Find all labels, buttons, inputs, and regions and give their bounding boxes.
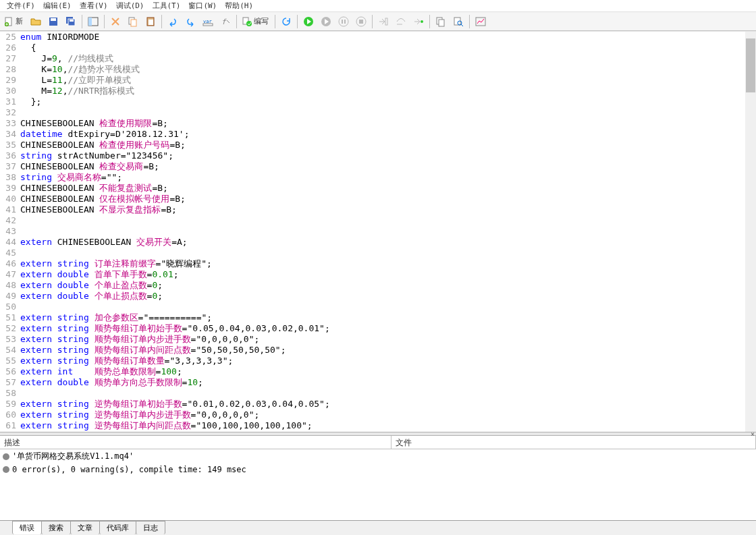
compile-button[interactable]: 编写 (240, 13, 272, 30)
menu-view[interactable]: 查看(V) (76, 1, 112, 11)
tab-articles[interactable]: 文章 (70, 521, 100, 534)
save-icon (48, 16, 59, 27)
output-row[interactable]: '单货币网格交易系统V1.1.mq4' (0, 449, 756, 463)
line-number-gutter: 2526272829303132333435363738394041424344… (0, 32, 20, 432)
menu-help[interactable]: 帮助(H) (221, 1, 257, 11)
menu-tools[interactable]: 工具(T) (148, 1, 185, 11)
refresh-icon (281, 16, 292, 27)
toolbar-separator (429, 15, 430, 28)
paste-icon (145, 16, 156, 27)
function-button[interactable]: f (217, 13, 234, 30)
code-editor[interactable]: 2526272829303132333435363738394041424344… (0, 31, 756, 432)
open-icon (30, 16, 41, 27)
compile-label: 编写 (254, 16, 269, 26)
svg-rect-28 (439, 20, 444, 26)
undo-button[interactable] (165, 13, 181, 30)
toolbar-separator (161, 15, 162, 28)
toolbar-separator (82, 15, 82, 28)
step-into-button[interactable] (375, 13, 392, 30)
svg-rect-14 (203, 24, 213, 26)
svg-rect-24 (359, 20, 363, 24)
play-icon (303, 16, 314, 27)
output-column-description[interactable]: 描述 (0, 436, 392, 449)
tab-search[interactable]: 搜索 (41, 521, 71, 534)
menu-window[interactable]: 窗口(W) (184, 1, 221, 11)
debug-start-button[interactable] (300, 13, 317, 30)
svg-text:f: f (221, 18, 227, 26)
menu-file[interactable]: 文件(F) (3, 1, 39, 11)
step-over-button[interactable] (393, 13, 409, 30)
toolbar: 新 var f 编写 (0, 12, 756, 31)
copy-button[interactable] (125, 13, 141, 30)
output-header: 描述 文件 (0, 436, 756, 449)
redo-button[interactable] (182, 13, 198, 30)
status-dot-icon (3, 453, 9, 460)
new-file-button[interactable]: 新 (1, 13, 26, 30)
chart-button[interactable] (473, 13, 489, 30)
svg-rect-10 (131, 20, 136, 26)
save-all-icon (65, 16, 76, 27)
tab-log[interactable]: 日志 (136, 521, 165, 534)
debug-pause-button[interactable] (335, 13, 352, 30)
menu-edit[interactable]: 编辑(E) (39, 1, 76, 11)
bottom-tabs: 错误 搜索 文章 代码库 日志 (0, 520, 756, 535)
refresh-button[interactable] (278, 13, 294, 30)
play-history-icon (321, 16, 331, 27)
step-out-button[interactable] (410, 13, 427, 30)
stop-icon (356, 16, 367, 27)
toolbar-separator (297, 15, 298, 28)
redo-icon (185, 16, 196, 27)
chart-icon (475, 16, 486, 27)
step-out-icon (413, 16, 424, 27)
svg-rect-12 (148, 20, 153, 25)
debug-stop-button[interactable] (353, 13, 369, 30)
toolbar-separator (236, 15, 237, 28)
svg-rect-22 (344, 20, 346, 24)
pause-icon (338, 16, 349, 27)
navigator-button[interactable] (85, 13, 101, 30)
code-content[interactable]: enum INIORDMODE { J=9, //均线模式 K=10,//趋势水… (20, 32, 756, 432)
new-file-label: 新 (16, 16, 23, 26)
search-icon (453, 16, 464, 27)
output-column-file[interactable]: 文件 (392, 436, 756, 449)
panel-splitter[interactable] (0, 432, 756, 436)
editor-scrollbar[interactable] (745, 32, 756, 432)
copy-doc-icon (435, 16, 446, 27)
output-body[interactable]: '单货币网格交易系统V1.1.mq4' 0 error(s), 0 warnin… (0, 449, 756, 517)
step-over-icon (396, 16, 406, 27)
var-icon: var (202, 16, 213, 27)
status-dot-icon (3, 466, 9, 473)
svg-rect-8 (88, 18, 92, 26)
var-button[interactable]: var (200, 13, 216, 30)
svg-rect-6 (70, 20, 74, 22)
compile-icon (242, 16, 252, 27)
search-button[interactable] (450, 13, 466, 30)
cut-icon (110, 16, 121, 27)
step-into-icon (378, 16, 389, 27)
svg-point-17 (246, 21, 252, 26)
save-all-button[interactable] (63, 13, 79, 30)
function-icon: f (220, 16, 231, 27)
svg-rect-3 (51, 18, 56, 21)
tab-errors[interactable]: 错误 (12, 521, 42, 534)
scrollbar-thumb[interactable] (746, 38, 755, 92)
output-text: 0 error(s), 0 warning(s), compile time: … (12, 465, 246, 474)
save-button[interactable] (45, 13, 61, 30)
open-button[interactable] (28, 13, 44, 30)
debug-history-button[interactable] (318, 13, 334, 30)
tab-codebase[interactable]: 代码库 (99, 521, 136, 534)
output-row[interactable]: 0 error(s), 0 warning(s), compile time: … (0, 463, 756, 476)
cut-button[interactable] (107, 13, 124, 30)
output-text: '单货币网格交易系统V1.1.mq4' (12, 451, 134, 462)
toolbar-separator (104, 15, 105, 28)
navigator-icon (88, 16, 99, 27)
copy-doc-button[interactable] (433, 13, 449, 30)
menu-bar: 文件(F) 编辑(E) 查看(V) 调试(D) 工具(T) 窗口(W) 帮助(H… (0, 0, 756, 12)
menu-debug[interactable]: 调试(D) (112, 1, 148, 11)
paste-button[interactable] (142, 13, 159, 30)
toolbar-separator (469, 15, 470, 28)
svg-point-20 (339, 17, 348, 26)
svg-point-26 (421, 20, 423, 23)
svg-rect-21 (342, 20, 343, 24)
output-panel: 描述 文件 '单货币网格交易系统V1.1.mq4' 0 error(s), 0 … (0, 436, 756, 517)
